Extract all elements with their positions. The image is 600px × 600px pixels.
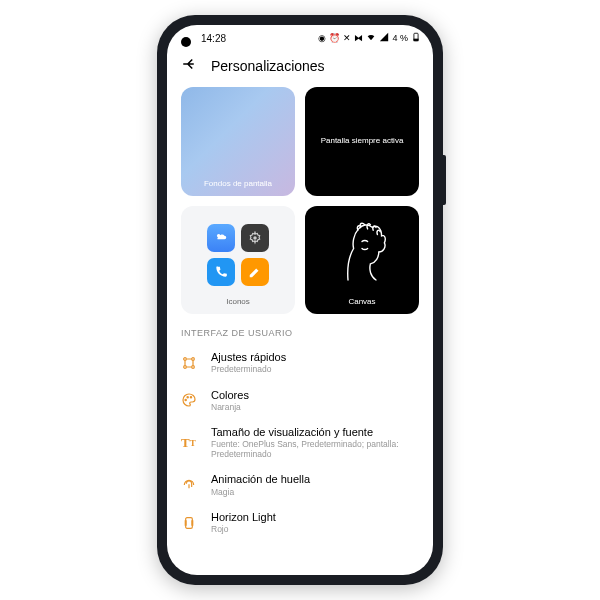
svg-point-5 [192, 357, 195, 360]
card-wallpaper[interactable]: Fondos de pantalla [181, 87, 295, 196]
phone-icon [207, 258, 235, 286]
list-title: Ajustes rápidos [211, 351, 419, 364]
svg-point-6 [184, 365, 187, 368]
pencil-icon [241, 258, 269, 286]
list-sub: Naranja [211, 402, 419, 412]
status-icons: ◉ ⏰ ✕ ⧓ 4 % [318, 32, 421, 44]
palette-icon [181, 392, 199, 408]
list-sub: Magia [211, 487, 419, 497]
card-canvas[interactable]: Canvas [305, 206, 419, 315]
phone-frame: 14:28 ◉ ⏰ ✕ ⧓ 4 % P [157, 15, 443, 585]
content: Fondos de pantalla Pantalla siempre acti… [167, 87, 433, 541]
svg-rect-11 [186, 517, 193, 528]
card-label: Fondos de pantalla [204, 179, 272, 188]
quick-settings-icon [181, 355, 199, 371]
horizon-light-icon [181, 515, 199, 531]
svg-point-9 [187, 397, 188, 398]
list-item-quick-settings[interactable]: Ajustes rápidos Predeterminado [181, 344, 419, 381]
list-item-colors[interactable]: Colores Naranja [181, 382, 419, 419]
section-label-ui: INTERFAZ DE USUARIO [181, 328, 419, 338]
battery-percent: 4 % [392, 33, 408, 43]
weather-icon [207, 224, 235, 252]
svg-point-10 [190, 397, 191, 398]
font-size-icon: TT [181, 435, 199, 451]
card-label: Pantalla siempre activa [321, 137, 404, 146]
alarm-icon: ⏰ [329, 33, 340, 43]
wifi-icon [366, 32, 376, 44]
screen: 14:28 ◉ ⏰ ✕ ⧓ 4 % P [167, 25, 433, 575]
vibrate-icon: ✕ [343, 33, 351, 43]
title-row: Personalizaciones [167, 51, 433, 87]
fingerprint-icon [181, 477, 199, 493]
list-item-font-size[interactable]: TT Tamaño de visualización y fuente Fuen… [181, 419, 419, 467]
svg-rect-1 [414, 39, 418, 41]
card-icons[interactable]: Iconos [181, 206, 295, 315]
list-sub: Fuente: OnePlus Sans, Predeterminado; pa… [211, 439, 419, 459]
canvas-portrait-icon [327, 212, 397, 292]
list-item-horizon-light[interactable]: Horizon Light Rojo [181, 504, 419, 541]
gear-icon [241, 224, 269, 252]
list-title: Horizon Light [211, 511, 419, 524]
signal-icon [379, 32, 389, 44]
camera-hole [181, 37, 191, 47]
svg-point-8 [185, 400, 186, 401]
status-time: 14:28 [201, 33, 318, 44]
arrow-left-icon [181, 55, 199, 73]
list-sub: Rojo [211, 524, 419, 534]
battery-icon [411, 32, 421, 44]
svg-point-3 [253, 236, 257, 240]
page-title: Personalizaciones [211, 58, 325, 74]
list-title: Colores [211, 389, 419, 402]
card-label: Iconos [226, 297, 250, 306]
list-sub: Predeterminado [211, 364, 419, 374]
bluetooth-icon: ⧓ [354, 33, 363, 43]
icon-preview-grid [207, 224, 269, 286]
dnd-icon: ◉ [318, 33, 326, 43]
card-grid: Fondos de pantalla Pantalla siempre acti… [181, 87, 419, 314]
list-title: Animación de huella [211, 473, 419, 486]
card-label: Canvas [348, 297, 375, 306]
back-button[interactable] [181, 55, 199, 77]
svg-point-4 [184, 357, 187, 360]
list-title: Tamaño de visualización y fuente [211, 426, 419, 439]
svg-point-7 [192, 365, 195, 368]
card-always-on-display[interactable]: Pantalla siempre activa [305, 87, 419, 196]
status-bar: 14:28 ◉ ⏰ ✕ ⧓ 4 % [167, 25, 433, 51]
list-item-fingerprint-animation[interactable]: Animación de huella Magia [181, 466, 419, 503]
